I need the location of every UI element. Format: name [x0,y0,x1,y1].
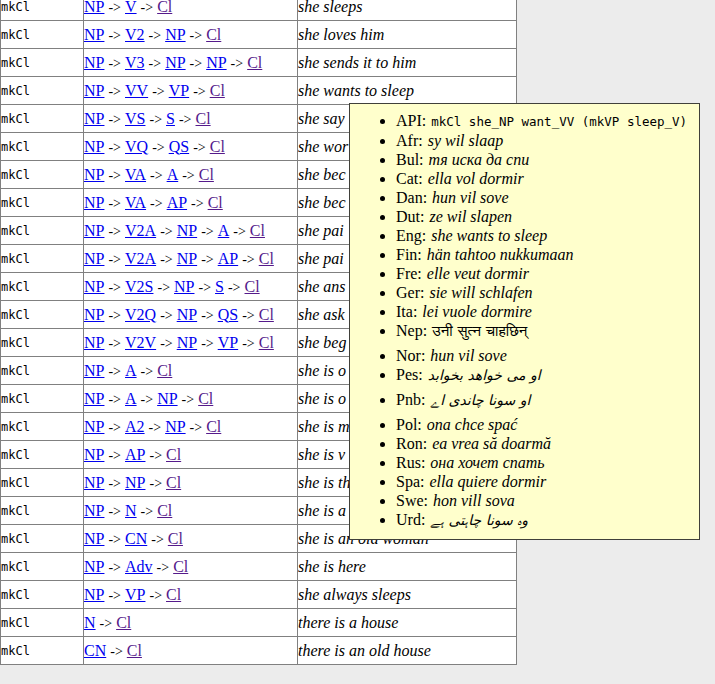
category-link[interactable]: NP [84,334,104,351]
category-link[interactable]: NP [84,250,104,267]
category-link[interactable]: NP [157,390,177,407]
category-link[interactable]: Cl [168,530,183,547]
category-link[interactable]: NP [84,26,104,43]
category-link[interactable]: A [125,362,137,379]
category-link[interactable]: AP [167,194,187,211]
category-link[interactable]: V2A [125,250,156,267]
category-link[interactable]: NP [165,26,185,43]
category-link[interactable]: VP [125,586,145,603]
function-name-cell: mkCl [1,525,84,553]
category-link[interactable]: NP [206,54,226,71]
category-link[interactable]: NP [84,530,104,547]
category-link[interactable]: Cl [116,614,131,631]
category-link[interactable]: Cl [259,334,274,351]
category-link[interactable]: NP [84,138,104,155]
category-link[interactable]: Cl [166,474,181,491]
category-link[interactable]: A [167,166,179,183]
category-link[interactable]: VA [125,166,146,183]
category-link[interactable]: NP [84,362,104,379]
category-link[interactable]: Cl [259,250,274,267]
category-link[interactable]: VP [218,334,238,351]
category-link[interactable]: NP [84,306,104,323]
category-link[interactable]: Cl [196,110,211,127]
category-link[interactable]: NP [84,0,104,15]
category-link[interactable]: AP [218,250,238,267]
category-link[interactable]: VP [169,82,189,99]
translation-text: hun vil sove [432,189,508,206]
category-link[interactable]: AP [125,446,145,463]
category-link[interactable]: NP [84,418,104,435]
category-link[interactable]: Cl [199,166,214,183]
category-link[interactable]: V2Q [125,306,156,323]
category-link[interactable]: Cl [250,222,265,239]
category-link[interactable]: QS [169,138,189,155]
category-link[interactable]: Cl [206,26,221,43]
category-link[interactable]: NP [84,558,104,575]
translation-item: Fre:elle veut dormir [396,264,695,283]
category-link[interactable]: N [125,502,137,519]
type-signature-cell: NP->CN->Cl [84,525,298,553]
category-link[interactable]: Cl [166,446,181,463]
category-link[interactable]: Cl [247,54,262,71]
category-link[interactable]: VS [125,110,145,127]
category-link[interactable]: NP [177,222,197,239]
category-link[interactable]: NP [165,54,185,71]
category-link[interactable]: Cl [198,390,213,407]
category-link[interactable]: NP [177,250,197,267]
language-label: Bul: [396,151,424,168]
category-link[interactable]: VA [125,194,146,211]
arrow-separator: -> [149,112,162,127]
category-link[interactable]: Cl [208,194,223,211]
category-link[interactable]: N [84,614,96,631]
category-link[interactable]: Cl [210,82,225,99]
category-link[interactable]: S [215,278,224,295]
category-link[interactable]: NP [84,82,104,99]
category-link[interactable]: CN [125,530,147,547]
category-link[interactable]: Cl [210,138,225,155]
category-link[interactable]: Adv [125,558,153,575]
category-link[interactable]: QS [218,306,238,323]
arrow-separator: -> [108,56,121,71]
category-link[interactable]: S [166,110,175,127]
category-link[interactable]: NP [125,474,145,491]
category-link[interactable]: Cl [259,306,274,323]
category-link[interactable]: V2 [125,26,145,43]
category-link[interactable]: Cl [127,642,142,659]
category-link[interactable]: NP [177,334,197,351]
category-link[interactable]: NP [84,278,104,295]
category-link[interactable]: Cl [157,502,172,519]
category-link[interactable]: Cl [157,0,172,15]
category-link[interactable]: Cl [206,418,221,435]
category-link[interactable]: A [218,222,230,239]
category-link[interactable]: NP [84,474,104,491]
category-link[interactable]: NP [84,390,104,407]
category-link[interactable]: V2S [125,278,153,295]
category-link[interactable]: V2V [125,334,156,351]
category-link[interactable]: V [125,0,137,15]
category-link[interactable]: NP [84,194,104,211]
category-link[interactable]: NP [84,446,104,463]
category-link[interactable]: A [125,390,137,407]
category-link[interactable]: NP [84,586,104,603]
category-link[interactable]: Cl [173,558,188,575]
category-link[interactable]: V2A [125,222,156,239]
category-link[interactable]: NP [84,110,104,127]
category-link[interactable]: NP [84,222,104,239]
category-link[interactable]: NP [84,502,104,519]
category-link[interactable]: CN [84,642,106,659]
category-link[interactable]: Cl [166,586,181,603]
category-link[interactable]: V3 [125,54,145,71]
category-link[interactable]: Cl [157,362,172,379]
category-link[interactable]: VQ [125,138,148,155]
category-link[interactable]: NP [84,166,104,183]
category-link[interactable]: NP [174,278,194,295]
category-link[interactable]: NP [165,418,185,435]
category-link[interactable]: VV [125,82,148,99]
translation-item: Eng:she wants to sleep [396,226,695,245]
category-link[interactable]: A2 [125,418,145,435]
example-cell: she is here [298,553,517,581]
category-link[interactable]: NP [177,306,197,323]
category-link[interactable]: Cl [245,278,260,295]
language-label: Afr: [396,132,423,149]
category-link[interactable]: NP [84,54,104,71]
